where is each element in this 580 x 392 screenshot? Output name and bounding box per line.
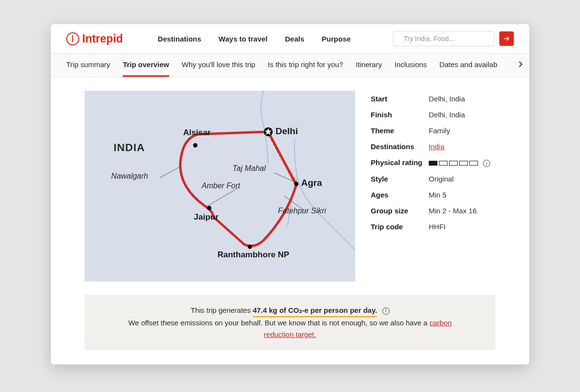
tab-why-love[interactable]: Why you'll love this trip — [182, 60, 255, 77]
map-point-agra — [294, 182, 299, 186]
svg-line-4 — [206, 187, 239, 207]
tab-itinerary[interactable]: Itinerary — [356, 60, 382, 77]
detail-finish: Finish Delhi, India — [371, 107, 495, 123]
detail-style: Style Original — [371, 171, 495, 187]
map-label-alsisar: Alsisar — [183, 128, 211, 138]
search-area — [393, 31, 514, 46]
map-label-nawalgarh: Nawalgarh — [111, 172, 148, 181]
brand-logo[interactable]: Intrepid — [66, 32, 123, 45]
trip-tabs: Trip summary Trip overview Why you'll lo… — [51, 54, 529, 77]
map-label-taj-mahal: Taj Mahal — [232, 164, 266, 173]
search-box[interactable] — [393, 31, 494, 46]
tab-dates[interactable]: Dates and availab — [439, 60, 497, 77]
search-input[interactable] — [404, 35, 488, 42]
detail-theme: Theme Family — [371, 123, 495, 139]
tab-right-for-you[interactable]: Is this trip right for you? — [268, 60, 343, 77]
arrow-right-icon — [503, 35, 510, 42]
detail-physical-rating: Physical rating i — [371, 154, 495, 171]
main-nav: Destinations Ways to travel Deals Purpos… — [158, 35, 350, 43]
map-country-label: INDIA — [114, 141, 145, 154]
destination-link[interactable]: India — [429, 142, 445, 151]
logo-icon — [66, 32, 79, 45]
map-point-jaipur — [207, 206, 212, 210]
physical-rating-bar — [429, 161, 478, 166]
detail-group-size: Group size Min 2 - Max 16 — [371, 203, 495, 219]
tab-trip-overview[interactable]: Trip overview — [123, 60, 169, 77]
tab-trip-summary[interactable]: Trip summary — [66, 60, 110, 77]
trip-map: INDIA Delhi Alsisar Agra Jaipur Ranthamb… — [85, 91, 355, 281]
trip-tabs-wrapper: Trip summary Trip overview Why you'll lo… — [51, 54, 529, 77]
map-label-amber-fort: Amber Fort — [202, 182, 240, 190]
carbon-highlight: 47.4 kg of CO₂-e per person per day. — [253, 305, 377, 317]
overview-content: INDIA Delhi Alsisar Agra Jaipur Ranthamb… — [51, 77, 529, 364]
info-icon[interactable]: i — [483, 160, 490, 167]
map-label-jaipur: Jaipur — [194, 212, 218, 222]
carbon-notice: This trip generates 47.4 kg of CO₂-e per… — [85, 295, 495, 350]
nav-purpose[interactable]: Purpose — [322, 35, 351, 43]
map-label-delhi: Delhi — [276, 126, 298, 137]
tab-inclusions[interactable]: Inclusions — [394, 60, 427, 77]
svg-point-7 — [264, 127, 273, 136]
top-nav: Intrepid Destinations Ways to travel Dea… — [51, 24, 529, 54]
carbon-prefix: This trip generates — [190, 306, 252, 314]
svg-line-3 — [160, 166, 181, 178]
detail-start: Start Delhi, India — [371, 91, 495, 107]
nav-deals[interactable]: Deals — [285, 35, 304, 43]
svg-point-0 — [399, 39, 400, 39]
tabs-scroll-right[interactable] — [517, 60, 524, 70]
trip-details: Start Delhi, India Finish Delhi, India T… — [371, 91, 495, 235]
brand-name: Intrepid — [82, 32, 123, 45]
map-point-ranthambhore — [248, 245, 252, 249]
svg-marker-8 — [265, 128, 272, 135]
map-star-delhi — [263, 127, 273, 137]
nav-destinations[interactable]: Destinations — [158, 35, 201, 43]
detail-ages: Ages Min 5 — [371, 187, 495, 203]
search-icon — [399, 35, 400, 42]
nav-ways-to-travel[interactable]: Ways to travel — [218, 35, 267, 43]
svg-line-5 — [274, 173, 293, 181]
detail-destinations: Destinations India — [371, 139, 495, 154]
search-submit-button[interactable] — [499, 31, 514, 46]
info-icon[interactable]: i — [382, 308, 390, 315]
map-label-ranthambhore: Ranthambhore NP — [218, 250, 289, 260]
chevron-right-icon — [517, 60, 524, 68]
detail-trip-code: Trip code HHFI — [371, 219, 495, 235]
map-point-alsisar — [193, 143, 198, 148]
map-label-fatehpur-sikri: Fatehpur Sikri — [278, 207, 326, 215]
page-frame: Intrepid Destinations Ways to travel Dea… — [51, 24, 529, 364]
carbon-offset-text: We offset these emissions on your behalf… — [128, 319, 429, 327]
map-label-agra: Agra — [301, 178, 322, 188]
